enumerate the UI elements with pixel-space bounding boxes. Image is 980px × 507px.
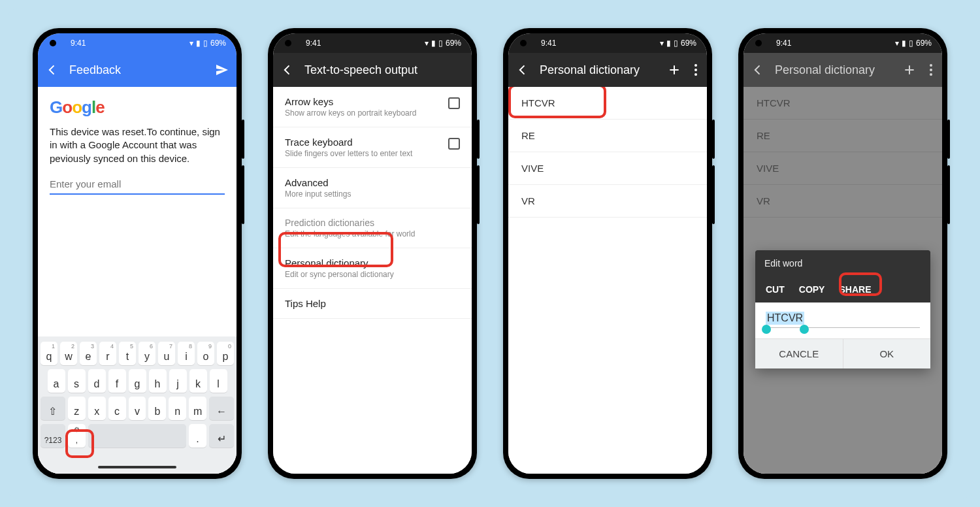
checkbox-icon[interactable] [448,97,460,109]
camera-hole [50,40,56,46]
key-w[interactable]: w2 [60,342,77,365]
space-key[interactable] [88,424,186,448]
key-j[interactable]: j [169,369,187,393]
app-bar: Personal dictionary [743,53,942,87]
key-c[interactable]: c [108,397,126,420]
clock: 9:41 [71,39,86,48]
key-f[interactable]: f [108,369,126,393]
key-r[interactable]: r4 [99,342,116,365]
cancel-button[interactable]: CANCLE [755,339,843,368]
selection-area[interactable]: HTCVR [755,303,930,338]
ctx-copy[interactable]: COPY [799,284,825,295]
back-icon[interactable] [280,62,295,78]
back-icon[interactable] [750,62,766,78]
svg-point-1 [694,69,697,71]
status-bar: 9:41 ▾ ▮ ▯ 69% [508,33,707,53]
key-t[interactable]: t5 [119,342,136,365]
svg-point-3 [930,64,932,67]
dict-word-vive[interactable]: VIVE [508,152,707,185]
key-y[interactable]: y6 [139,342,155,365]
battery-pct: 69% [210,39,226,48]
shift-key[interactable]: ⇧ [41,397,65,420]
svg-point-2 [694,73,697,76]
setting-arrow keys[interactable]: Arrow keysShow arrow keys on portrait ke… [273,87,472,127]
ok-button[interactable]: OK [843,339,931,368]
svg-point-4 [930,69,932,71]
dialog-buttons: CANCLE OK [755,338,930,368]
setting-trace keyboard[interactable]: Trace keyboardSlide fingers over letters… [273,127,472,168]
add-icon[interactable] [666,62,682,78]
key-b[interactable]: b [148,397,166,420]
dict-word-htcvr[interactable]: HTCVR [508,87,707,120]
key-v[interactable]: v [129,397,146,420]
section-prediction: Prediction dictionariesEdit the language… [273,208,472,248]
key-n[interactable]: n [169,397,186,420]
period-key[interactable]: . [189,424,206,448]
setting-tips help[interactable]: Tips Help [273,289,472,319]
signal-icon: ▮ [431,39,436,48]
key-s[interactable]: s [68,369,86,393]
phone-1: 9:41 ▾ ▮ ▯ 69% Feedback Googl [33,28,242,479]
key-i[interactable]: i8 [178,342,195,365]
status-icons: ▾ ▮ ▯ 69% [660,39,696,48]
back-icon[interactable] [515,62,531,78]
wifi-icon: ▾ [895,39,899,48]
app-title: Personal dictionary [540,63,657,77]
dialog-header: Edit word [755,250,930,276]
key-l[interactable]: l [210,369,227,393]
key-d[interactable]: d [88,369,106,393]
enter-key[interactable]: ↵ [209,424,234,448]
selection-handle-right[interactable] [800,325,809,334]
checkbox-icon[interactable] [448,138,460,150]
clock: 9:41 [776,39,791,48]
setting-advanced[interactable]: AdvancedMore input settings [273,168,472,208]
key-u[interactable]: u7 [158,342,175,365]
key-k[interactable]: k [189,369,207,393]
phone-2: 9:41 ▾ ▮ ▯ 69% Text-to-speech output Arr… [268,28,477,479]
key-e[interactable]: e3 [80,342,97,365]
edit-word-dialog: Edit word CUT COPY SHARE HTCVR CANCLE [755,250,930,368]
ctx-cut[interactable]: CUT [766,284,785,295]
camera-hole [755,40,762,46]
soft-keyboard[interactable]: q1w2e3r4t5y6u7i8o9p0 asdfghjkl ⇧zxcvbnm←… [38,336,237,474]
key-a[interactable]: a [48,369,65,393]
overflow-icon[interactable] [691,62,700,78]
frp-message: This device was reset.To continue, sign … [38,122,237,174]
key-q[interactable]: q1 [41,342,57,365]
ctx-share[interactable]: SHARE [839,284,871,295]
app-title: Personal dictionary [775,63,892,77]
key-z[interactable]: z [68,397,86,420]
dict-word-vr[interactable]: VR [508,185,707,218]
key-m[interactable]: m [189,397,206,420]
nav-homebar[interactable] [98,466,176,468]
setting-personal dictionary[interactable]: Personal dictionaryEdit or sync personal… [273,248,472,289]
send-icon[interactable] [214,62,230,78]
symbols-key[interactable]: ?123 [41,424,65,448]
key-p[interactable]: p0 [217,342,234,365]
status-bar: 9:41 ▾ ▮ ▯ 69% [38,33,237,53]
svg-point-0 [694,64,697,67]
add-icon[interactable] [902,62,917,78]
wifi-icon: ▾ [660,39,664,48]
camera-hole [285,40,291,46]
clock: 9:41 [306,39,321,48]
backspace-key[interactable]: ← [209,397,234,420]
gear-comma-key[interactable]: ⚙, [68,424,86,448]
battery-pct: 69% [916,39,932,48]
key-g[interactable]: g [129,369,146,393]
status-icons: ▾ ▮ ▯ 69% [895,39,932,48]
key-h[interactable]: h [149,369,167,393]
back-icon[interactable] [44,62,60,78]
status-icons: ▾ ▮ ▯ 69% [189,39,226,48]
key-x[interactable]: x [88,397,106,420]
dict-word-re[interactable]: RE [508,120,707,152]
selected-text[interactable]: HTCVR [766,312,804,325]
signal-icon: ▮ [902,39,906,48]
wifi-icon: ▾ [189,39,193,48]
key-o[interactable]: o9 [197,342,214,365]
overflow-icon[interactable] [926,62,936,78]
selection-handle-left[interactable] [762,325,771,334]
settings-list: Arrow keysShow arrow keys on portrait ke… [273,87,472,474]
email-field[interactable] [50,174,225,195]
wifi-icon: ▾ [425,39,429,48]
